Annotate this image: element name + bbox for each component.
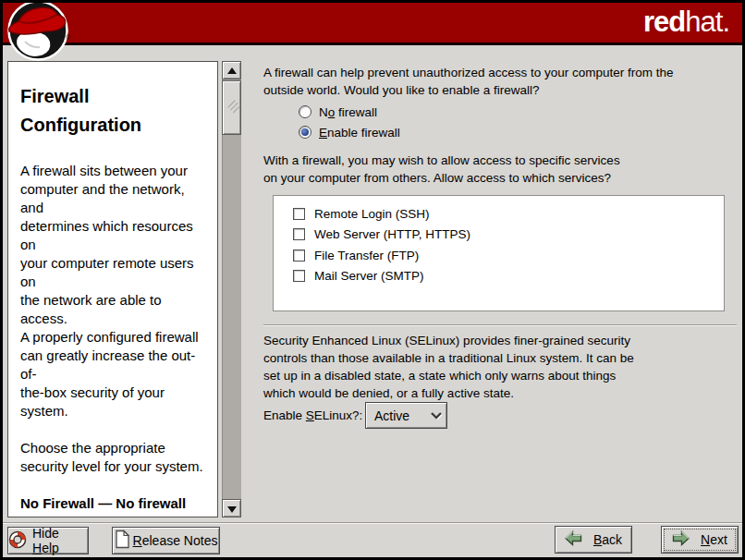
service-label: Web Server (HTTP, HTTPS) — [314, 227, 470, 241]
arrow-up-icon — [227, 67, 237, 74]
service-row: File Transfer (FTP) — [293, 245, 724, 266]
service-label: Mail Server (SMTP) — [314, 269, 424, 283]
hide-help-button[interactable]: Hide Help — [7, 527, 89, 554]
service-row: Mail Server (SMTP) — [293, 266, 724, 287]
release-notes-label: Release Notes — [133, 533, 218, 548]
radio-button-icon[interactable] — [299, 105, 311, 118]
redhat-wordmark: redhat. — [643, 6, 729, 39]
redhat-shadowman-logo-icon: ® — [5, 3, 73, 67]
help-scrollbar[interactable] — [222, 61, 241, 517]
dropdown-arrow-icon — [426, 403, 446, 428]
selinux-label: Enable SELinux?: — [263, 402, 362, 429]
selinux-separator — [263, 324, 737, 326]
help-paragraph-1: A firewall sits between your computer an… — [20, 162, 205, 420]
firewall-intro-text: A firewall can help prevent unauthorized… — [263, 64, 673, 99]
help-title: Firewall Configuration — [20, 82, 205, 140]
service-checkbox[interactable] — [293, 228, 305, 240]
arrow-down-icon — [227, 506, 237, 513]
service-checkbox[interactable] — [293, 270, 305, 282]
radio-enable-firewall[interactable]: Enable firewall — [299, 123, 400, 141]
selinux-dropdown[interactable]: Active — [365, 402, 447, 429]
top-banner: redhat. — [3, 3, 742, 45]
installer-window: redhat. ® Firewall Configuration A firew… — [0, 0, 745, 560]
document-icon — [115, 530, 130, 552]
help-panel: Firewall Configuration A firewall sits b… — [7, 61, 218, 517]
next-arrow-icon — [672, 530, 690, 549]
scroll-up-button[interactable] — [222, 61, 241, 79]
redhat-wordmark-light: hat. — [685, 6, 729, 38]
footer-separator — [3, 522, 742, 524]
next-button[interactable]: Next — [661, 526, 739, 554]
help-paragraph-3-bold: No Firewall — No firewall — [20, 495, 186, 511]
svg-text:®: ® — [66, 34, 71, 41]
radio-no-firewall-label: No firewall — [319, 105, 377, 119]
next-label: Next — [701, 532, 727, 547]
selinux-dropdown-value: Active — [366, 408, 426, 423]
back-label: Back — [593, 532, 622, 547]
help-paragraph-3-rest: provides complete access to your system … — [20, 514, 202, 517]
hide-help-label: Hide Help — [32, 526, 88, 555]
scroll-down-button[interactable] — [222, 499, 241, 517]
services-intro-text: With a firewall, you may wish to allow a… — [263, 152, 620, 187]
help-paragraph-2: Choose the appropriate security level fo… — [20, 439, 205, 476]
service-label: Remote Login (SSH) — [314, 207, 430, 221]
radio-button-icon[interactable] — [299, 126, 311, 139]
service-row: Web Server (HTTP, HTTPS) — [293, 225, 724, 246]
help-paragraph-3: No Firewall — No firewall provides compl… — [20, 494, 205, 517]
service-checkbox[interactable] — [293, 208, 305, 220]
services-list: Remote Login (SSH)Web Server (HTTP, HTTP… — [273, 195, 725, 311]
redhat-wordmark-bold: red — [643, 6, 685, 38]
scrollbar-grip — [227, 100, 235, 107]
scrollbar-thumb[interactable] — [222, 80, 241, 135]
release-notes-button[interactable]: Release Notes — [112, 527, 220, 554]
radio-enable-firewall-label: Enable firewall — [319, 126, 400, 140]
back-arrow-icon — [565, 530, 582, 549]
radio-no-firewall[interactable]: No firewall — [299, 103, 377, 121]
life-preserver-icon — [8, 530, 27, 552]
window-frame: redhat. ® Firewall Configuration A firew… — [3, 3, 742, 557]
service-checkbox[interactable] — [293, 250, 305, 262]
back-button[interactable]: Back — [555, 526, 632, 554]
selinux-description-text: Security Enhanced Linux (SELinux) provid… — [263, 332, 634, 402]
service-label: File Transfer (FTP) — [314, 249, 419, 262]
service-row: Remote Login (SSH) — [293, 203, 724, 225]
